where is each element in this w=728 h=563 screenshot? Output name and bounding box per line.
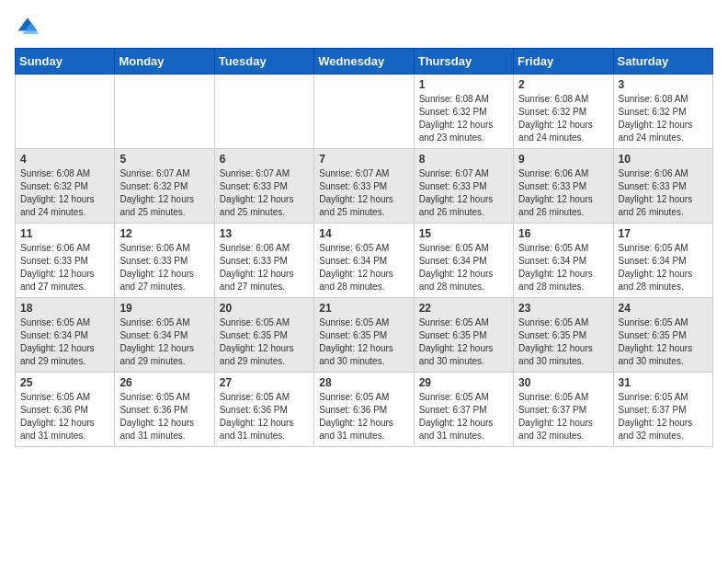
cell-content: Sunrise: 6:05 AMSunset: 6:37 PMDaylight:… — [518, 391, 608, 442]
table-row: 31Sunrise: 6:05 AMSunset: 6:37 PMDayligh… — [613, 373, 712, 447]
table-row: 13Sunrise: 6:06 AMSunset: 6:33 PMDayligh… — [214, 224, 313, 298]
table-row: 5Sunrise: 6:07 AMSunset: 6:32 PMDaylight… — [115, 149, 214, 224]
cell-content: Sunrise: 6:07 AMSunset: 6:33 PMDaylight:… — [319, 167, 408, 219]
logo — [15, 15, 44, 40]
cell-content: Sunrise: 6:05 AMSunset: 6:37 PMDaylight:… — [419, 391, 508, 442]
table-row: 29Sunrise: 6:05 AMSunset: 6:37 PMDayligh… — [414, 373, 513, 447]
calendar-week-row: 4Sunrise: 6:08 AMSunset: 6:32 PMDaylight… — [16, 149, 713, 224]
day-number: 29 — [419, 376, 508, 389]
col-wednesday: Wednesday — [314, 49, 414, 75]
day-number: 3 — [619, 78, 708, 91]
day-number: 25 — [20, 376, 109, 389]
day-number: 24 — [619, 302, 708, 315]
day-number: 13 — [220, 227, 309, 240]
cell-content: Sunrise: 6:06 AMSunset: 6:33 PMDaylight:… — [619, 167, 708, 219]
day-number: 31 — [619, 376, 708, 389]
table-row: 26Sunrise: 6:05 AMSunset: 6:36 PMDayligh… — [115, 373, 214, 447]
cell-content: Sunrise: 6:05 AMSunset: 6:34 PMDaylight:… — [419, 242, 508, 293]
day-number: 16 — [518, 227, 608, 240]
cell-content: Sunrise: 6:08 AMSunset: 6:32 PMDaylight:… — [518, 93, 608, 144]
day-number: 14 — [319, 227, 408, 240]
day-number: 15 — [419, 227, 508, 240]
col-friday: Friday — [514, 49, 613, 75]
cell-content: Sunrise: 6:05 AMSunset: 6:36 PMDaylight:… — [119, 391, 209, 442]
day-number: 11 — [20, 227, 109, 240]
table-row: 11Sunrise: 6:06 AMSunset: 6:33 PMDayligh… — [16, 224, 115, 298]
day-number: 5 — [119, 153, 209, 166]
table-row: 19Sunrise: 6:05 AMSunset: 6:34 PMDayligh… — [115, 298, 214, 373]
table-row: 9Sunrise: 6:06 AMSunset: 6:33 PMDaylight… — [514, 149, 613, 224]
table-row: 30Sunrise: 6:05 AMSunset: 6:37 PMDayligh… — [514, 373, 613, 447]
day-number: 4 — [20, 153, 109, 166]
day-number: 20 — [220, 302, 309, 315]
page-header — [15, 15, 713, 40]
cell-content: Sunrise: 6:05 AMSunset: 6:34 PMDaylight:… — [518, 242, 608, 293]
cell-content: Sunrise: 6:06 AMSunset: 6:33 PMDaylight:… — [518, 167, 608, 219]
cell-content: Sunrise: 6:07 AMSunset: 6:33 PMDaylight:… — [419, 167, 508, 219]
day-number: 28 — [319, 376, 408, 389]
cell-content: Sunrise: 6:05 AMSunset: 6:36 PMDaylight:… — [220, 391, 309, 442]
col-monday: Monday — [115, 49, 214, 75]
cell-content: Sunrise: 6:05 AMSunset: 6:35 PMDaylight:… — [419, 316, 508, 368]
calendar-week-row: 1Sunrise: 6:08 AMSunset: 6:32 PMDaylight… — [16, 75, 713, 149]
cell-content: Sunrise: 6:06 AMSunset: 6:33 PMDaylight:… — [220, 242, 309, 293]
table-row: 28Sunrise: 6:05 AMSunset: 6:36 PMDayligh… — [314, 373, 414, 447]
cell-content: Sunrise: 6:05 AMSunset: 6:34 PMDaylight:… — [619, 242, 708, 293]
table-row — [115, 75, 214, 149]
day-number: 10 — [619, 153, 708, 166]
cell-content: Sunrise: 6:06 AMSunset: 6:33 PMDaylight:… — [20, 242, 109, 293]
cell-content: Sunrise: 6:05 AMSunset: 6:35 PMDaylight:… — [518, 316, 608, 368]
logo-icon — [15, 15, 40, 40]
table-row: 21Sunrise: 6:05 AMSunset: 6:35 PMDayligh… — [314, 298, 414, 373]
cell-content: Sunrise: 6:08 AMSunset: 6:32 PMDaylight:… — [20, 167, 109, 219]
day-number: 12 — [119, 227, 209, 240]
day-number: 27 — [220, 376, 309, 389]
col-saturday: Saturday — [613, 49, 712, 75]
table-row: 15Sunrise: 6:05 AMSunset: 6:34 PMDayligh… — [414, 224, 513, 298]
day-number: 22 — [419, 302, 508, 315]
cell-content: Sunrise: 6:05 AMSunset: 6:35 PMDaylight:… — [319, 316, 408, 368]
col-sunday: Sunday — [16, 49, 115, 75]
table-row: 24Sunrise: 6:05 AMSunset: 6:35 PMDayligh… — [613, 298, 712, 373]
day-number: 26 — [119, 376, 209, 389]
calendar-header-row: Sunday Monday Tuesday Wednesday Thursday… — [16, 49, 713, 75]
calendar-table: Sunday Monday Tuesday Wednesday Thursday… — [15, 48, 713, 447]
cell-content: Sunrise: 6:05 AMSunset: 6:36 PMDaylight:… — [20, 391, 109, 442]
day-number: 9 — [518, 153, 608, 166]
cell-content: Sunrise: 6:05 AMSunset: 6:35 PMDaylight:… — [220, 316, 309, 368]
table-row: 2Sunrise: 6:08 AMSunset: 6:32 PMDaylight… — [514, 75, 613, 149]
table-row: 18Sunrise: 6:05 AMSunset: 6:34 PMDayligh… — [16, 298, 115, 373]
table-row — [16, 75, 115, 149]
table-row: 25Sunrise: 6:05 AMSunset: 6:36 PMDayligh… — [16, 373, 115, 447]
day-number: 6 — [220, 153, 309, 166]
table-row: 16Sunrise: 6:05 AMSunset: 6:34 PMDayligh… — [514, 224, 613, 298]
day-number: 1 — [419, 78, 508, 91]
table-row: 4Sunrise: 6:08 AMSunset: 6:32 PMDaylight… — [16, 149, 115, 224]
table-row: 6Sunrise: 6:07 AMSunset: 6:33 PMDaylight… — [214, 149, 313, 224]
day-number: 17 — [619, 227, 708, 240]
day-number: 2 — [518, 78, 608, 91]
cell-content: Sunrise: 6:05 AMSunset: 6:35 PMDaylight:… — [619, 316, 708, 368]
cell-content: Sunrise: 6:05 AMSunset: 6:36 PMDaylight:… — [319, 391, 408, 442]
table-row: 8Sunrise: 6:07 AMSunset: 6:33 PMDaylight… — [414, 149, 513, 224]
table-row: 14Sunrise: 6:05 AMSunset: 6:34 PMDayligh… — [314, 224, 414, 298]
cell-content: Sunrise: 6:08 AMSunset: 6:32 PMDaylight:… — [419, 93, 508, 144]
table-row: 23Sunrise: 6:05 AMSunset: 6:35 PMDayligh… — [514, 298, 613, 373]
day-number: 30 — [518, 376, 608, 389]
calendar-week-row: 11Sunrise: 6:06 AMSunset: 6:33 PMDayligh… — [16, 224, 713, 298]
cell-content: Sunrise: 6:05 AMSunset: 6:37 PMDaylight:… — [619, 391, 708, 442]
table-row: 10Sunrise: 6:06 AMSunset: 6:33 PMDayligh… — [613, 149, 712, 224]
table-row: 1Sunrise: 6:08 AMSunset: 6:32 PMDaylight… — [414, 75, 513, 149]
cell-content: Sunrise: 6:05 AMSunset: 6:34 PMDaylight:… — [20, 316, 109, 368]
day-number: 21 — [319, 302, 408, 315]
table-row: 7Sunrise: 6:07 AMSunset: 6:33 PMDaylight… — [314, 149, 414, 224]
table-row: 12Sunrise: 6:06 AMSunset: 6:33 PMDayligh… — [115, 224, 214, 298]
table-row: 22Sunrise: 6:05 AMSunset: 6:35 PMDayligh… — [414, 298, 513, 373]
table-row — [214, 75, 313, 149]
table-row — [314, 75, 414, 149]
cell-content: Sunrise: 6:06 AMSunset: 6:33 PMDaylight:… — [119, 242, 209, 293]
col-thursday: Thursday — [414, 49, 513, 75]
col-tuesday: Tuesday — [214, 49, 313, 75]
table-row: 20Sunrise: 6:05 AMSunset: 6:35 PMDayligh… — [214, 298, 313, 373]
day-number: 8 — [419, 153, 508, 166]
